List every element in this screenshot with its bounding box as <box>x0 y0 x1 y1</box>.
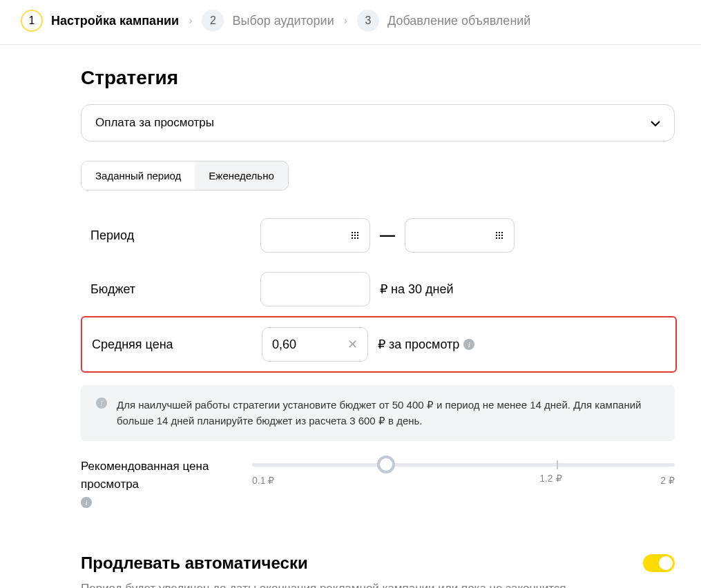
calendar-icon <box>494 231 504 240</box>
chevron-down-icon <box>651 116 660 130</box>
strategy-select[interactable]: Оплата за просмотры <box>81 104 675 141</box>
chevron-right-icon: › <box>189 14 192 27</box>
notice-text: Для наилучшей работы стратегии установит… <box>117 398 660 429</box>
budget-input[interactable] <box>260 272 370 306</box>
slider-tick <box>557 460 558 469</box>
slider-mid: 1.2 ₽ <box>539 473 561 484</box>
period-dash: — <box>380 226 395 244</box>
step-num-3: 3 <box>357 10 379 32</box>
avg-price-input[interactable]: 0,60 ✕ <box>262 327 368 362</box>
period-end-input[interactable] <box>405 218 515 253</box>
period-start-input[interactable] <box>260 218 370 253</box>
period-label: Период <box>90 228 260 243</box>
step-num-2: 2 <box>202 10 224 32</box>
auto-desc-text: Период будет увеличен до даты окончания … <box>81 582 566 588</box>
auto-extend-desc: Период будет увеличен до даты окончания … <box>81 580 606 588</box>
chevron-right-icon: › <box>344 14 347 27</box>
tab-set-period[interactable]: Заданный период <box>81 161 195 190</box>
strategy-select-value: Оплата за просмотры <box>95 116 214 130</box>
avg-price-suffix: ₽ за просмотр i <box>378 337 474 352</box>
calendar-icon <box>350 231 360 240</box>
budget-row: Бюджет ₽ на 30 дней <box>81 262 677 316</box>
step-label-1: Настройка кампании <box>51 14 179 28</box>
tab-weekly[interactable]: Еженедельно <box>195 161 287 190</box>
slider-min: 0.1 ₽ <box>252 475 274 486</box>
stepper: 1 Настройка кампании › 2 Выбор аудитории… <box>0 0 701 45</box>
step-3[interactable]: 3 Добавление объявлений <box>357 10 530 32</box>
slider-max: 2 ₽ <box>660 475 675 486</box>
info-icon[interactable]: i <box>81 497 92 508</box>
budget-suffix: ₽ на 30 дней <box>380 282 453 297</box>
slider-handle[interactable] <box>377 455 395 473</box>
clear-icon[interactable]: ✕ <box>347 337 358 352</box>
step-num-1: 1 <box>21 10 43 32</box>
avg-price-row: Средняя цена 0,60 ✕ ₽ за просмотр i <box>81 316 677 373</box>
recommended-price-block: Рекомендованная цена просмотра i 0.1 ₽ 2… <box>81 458 675 508</box>
auto-extend-title: Продлевать автоматически <box>81 553 308 573</box>
slider-track[interactable] <box>252 463 675 467</box>
strategy-title: Стратегия <box>81 67 677 89</box>
period-row: Период — <box>81 208 677 262</box>
slider-label: Рекомендованная цена просмотра <box>81 458 233 493</box>
budget-notice: ! Для наилучшей работы стратегии установ… <box>81 385 675 441</box>
step-2[interactable]: 2 Выбор аудитории <box>202 10 334 32</box>
avg-price-label: Средняя цена <box>92 337 262 352</box>
alert-icon: ! <box>96 398 107 409</box>
avg-price-value: 0,60 <box>272 337 296 352</box>
info-icon[interactable]: i <box>463 339 474 350</box>
step-label-3: Добавление объявлений <box>387 14 530 28</box>
avg-price-suffix-text: ₽ за просмотр <box>378 337 459 352</box>
step-1[interactable]: 1 Настройка кампании <box>21 10 179 32</box>
step-label-2: Выбор аудитории <box>232 14 334 28</box>
auto-extend-row: Продлевать автоматически <box>81 553 675 573</box>
budget-label: Бюджет <box>90 282 260 297</box>
period-tabs: Заданный период Еженедельно <box>81 161 289 190</box>
auto-extend-toggle[interactable] <box>643 554 675 572</box>
